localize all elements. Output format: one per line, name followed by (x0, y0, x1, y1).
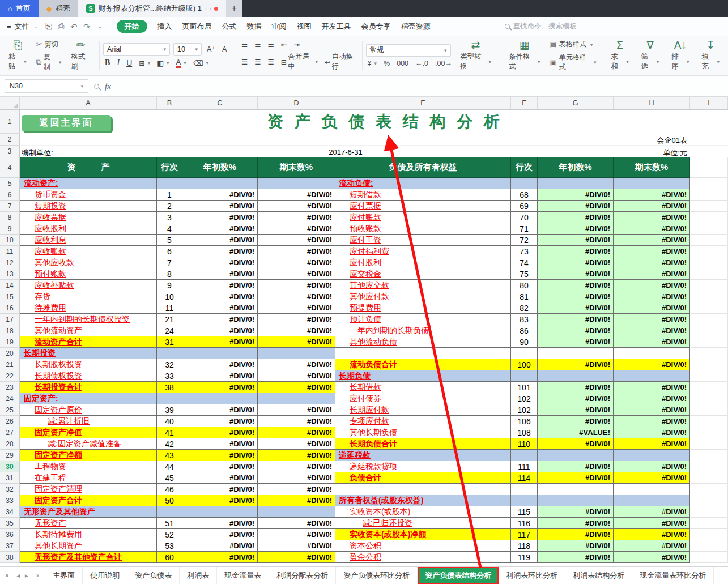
cell-G23[interactable]: #DIV/0! (538, 382, 614, 393)
cell-F28[interactable]: 110 (511, 438, 538, 450)
cell-H33[interactable] (614, 495, 690, 506)
cell-E31[interactable]: 负债合计 (335, 472, 511, 484)
cell-D35[interactable]: #DIV/0! (258, 518, 335, 529)
row-header-19[interactable]: 19 (0, 336, 20, 348)
cell-A13[interactable]: 预付账款 (20, 268, 157, 280)
cell-H22[interactable] (614, 370, 690, 382)
cell-B25[interactable]: 39 (157, 404, 182, 416)
name-box[interactable]: N30▾ (5, 79, 88, 93)
filter-button[interactable]: ∇筛选▾ (636, 39, 664, 73)
cell-I7[interactable] (690, 201, 728, 212)
cell-C37[interactable]: #DIV/0! (182, 540, 258, 552)
cell-A16[interactable]: 待摊费用 (20, 302, 157, 314)
currency-button[interactable]: ¥▾ (366, 59, 378, 68)
cell-A10[interactable]: 应收利息 (20, 235, 157, 246)
cell-I35[interactable] (690, 518, 728, 529)
cell-H18[interactable]: #DIV/0! (614, 325, 690, 336)
sheet-tab-现金流量表[interactable]: 现金流量表 (217, 567, 269, 584)
clear-button[interactable]: ⌫▾ (191, 58, 210, 68)
cell-B31[interactable]: 45 (157, 472, 182, 484)
cell-G36[interactable]: #DIV/0! (538, 529, 614, 540)
cell-B5[interactable] (157, 178, 182, 189)
cell-C21[interactable]: #DIV/0! (182, 359, 258, 370)
cell-H34[interactable]: #DIV/0! (614, 506, 690, 518)
cell-G4[interactable]: 年初数% (538, 157, 614, 178)
cell-A24[interactable]: 固定资产: (20, 393, 157, 404)
cell-I8[interactable] (690, 212, 728, 223)
cell-D24[interactable] (258, 393, 335, 404)
sheet-tab-资产负债表[interactable]: 资产负债表 (127, 567, 180, 584)
formula-input[interactable] (117, 76, 728, 96)
sheet-nav-icon-3[interactable]: ⇥ (33, 572, 39, 579)
cell-C22[interactable]: #DIV/0! (182, 370, 258, 382)
row-header-38[interactable]: 38 (0, 552, 20, 563)
cell-D9[interactable]: #DIV/0! (258, 223, 335, 235)
cell-G6[interactable]: #DIV/0! (538, 189, 614, 201)
cell-E25[interactable]: 长期应付款 (335, 404, 511, 416)
cell-G21[interactable]: #DIV/0! (538, 359, 614, 370)
cell-I9[interactable] (690, 223, 728, 235)
cell-B13[interactable]: 8 (157, 268, 182, 280)
sheet-nav-icon-0[interactable]: ⇤ (6, 572, 11, 579)
cell-C5[interactable] (182, 178, 258, 189)
cell-B10[interactable]: 5 (157, 235, 182, 246)
cell-I31[interactable] (690, 472, 728, 484)
cell-F13[interactable]: 75 (511, 268, 538, 280)
underline-button[interactable]: U (125, 58, 134, 68)
row-header-11[interactable]: 11 (0, 246, 20, 257)
cell-E21[interactable]: 流动负债合计 (335, 359, 511, 370)
cell-A27[interactable]: 固定资产净值 (20, 427, 157, 438)
column-header-A[interactable]: A (20, 97, 157, 109)
cell-E35[interactable]: 减:已归还投资 (335, 518, 511, 529)
row-header-24[interactable]: 24 (0, 393, 20, 404)
cell-F20[interactable] (511, 348, 538, 359)
cell-B32[interactable]: 46 (157, 484, 182, 495)
row-header-9[interactable]: 9 (0, 223, 20, 235)
cell-D11[interactable]: #DIV/0! (258, 246, 335, 257)
font-size-select[interactable]: 10▾ (173, 43, 202, 56)
column-header-B[interactable]: B (157, 97, 182, 109)
cell-C27[interactable]: #DIV/0! (182, 427, 258, 438)
cell-C34[interactable] (182, 506, 258, 518)
cell-G14[interactable]: #DIV/0! (538, 280, 614, 291)
cell-B27[interactable]: 41 (157, 427, 182, 438)
file-menu[interactable]: ≡文件⌄ (7, 22, 39, 32)
increase-indent-icon[interactable]: ⇥ (292, 40, 301, 49)
row-header-35[interactable]: 35 (0, 518, 20, 529)
row-header-2[interactable]: 2 (0, 134, 20, 146)
select-all-corner[interactable] (0, 97, 20, 109)
sheet-tab-现金流量表环比分析[interactable]: 现金流量表环比分析 (632, 567, 714, 584)
redo-icon[interactable]: ↷ (83, 22, 90, 31)
column-header-C[interactable]: C (182, 97, 258, 109)
cell-B14[interactable]: 9 (157, 280, 182, 291)
cell-I22[interactable] (690, 370, 728, 382)
cell-E10[interactable]: 应付工资 (335, 235, 511, 246)
row-header-5[interactable]: 5 (0, 178, 20, 189)
cell-F18[interactable]: 86 (511, 325, 538, 336)
cell-I6[interactable] (690, 189, 728, 201)
menu-tab-数据[interactable]: 数据 (247, 22, 262, 31)
cell-H31[interactable]: #DIV/0! (614, 472, 690, 484)
cell-H35[interactable]: #DIV/0! (614, 518, 690, 529)
thousands-button[interactable]: 000 (395, 59, 410, 68)
cell-I23[interactable] (690, 382, 728, 393)
cell-G7[interactable]: #DIV/0! (538, 201, 614, 212)
cell-D22[interactable]: #DIV/0! (258, 370, 335, 382)
cell-C29[interactable]: #DIV/0! (182, 450, 258, 461)
cell-H4[interactable]: 期末数% (614, 157, 690, 178)
cell-G35[interactable]: #DIV/0! (538, 518, 614, 529)
cell-E18[interactable]: 一年内到期的长期负债 (335, 325, 511, 336)
cell-B16[interactable]: 11 (157, 302, 182, 314)
cell-A22[interactable]: 长期债权投资 (20, 370, 157, 382)
row-header-7[interactable]: 7 (0, 201, 20, 212)
cell-A29[interactable]: 固定资产净额 (20, 450, 157, 461)
fill-color-button[interactable]: ◧▾ (155, 58, 171, 68)
cell-I17[interactable] (690, 314, 728, 325)
sheet-nav-icon-2[interactable]: ▸ (25, 572, 28, 579)
cell-I18[interactable] (690, 325, 728, 336)
cell-H30[interactable]: #DIV/0! (614, 461, 690, 472)
cell-F23[interactable]: 101 (511, 382, 538, 393)
column-header-D[interactable]: D (258, 97, 335, 109)
cell-C6[interactable]: #DIV/0! (182, 189, 258, 201)
cell-H32[interactable] (614, 484, 690, 495)
